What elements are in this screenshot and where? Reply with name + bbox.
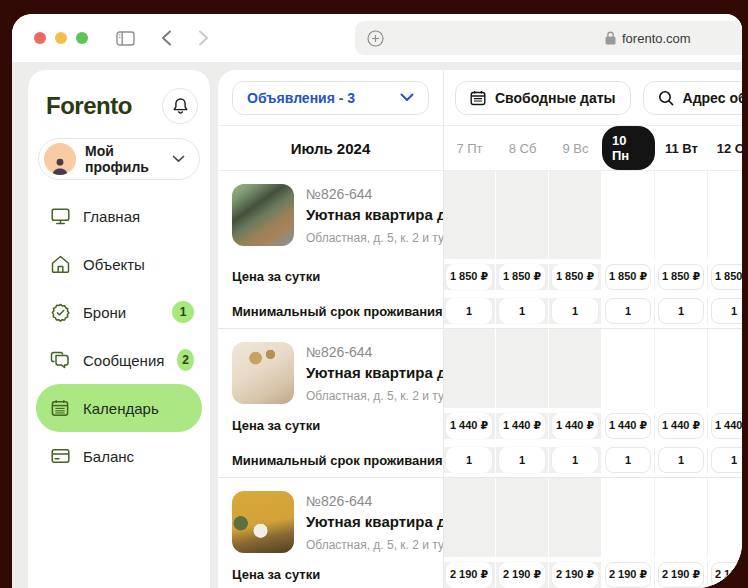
sidebar-item-4[interactable]: Календарь <box>36 384 202 432</box>
day-column: 1 850 ₽ <box>602 264 655 290</box>
forward-icon[interactable] <box>198 30 209 46</box>
monitor-icon <box>50 208 70 225</box>
count-badge: 2 <box>177 349 194 371</box>
price-cell[interactable]: 1 440 ₽ <box>658 413 704 439</box>
min-stay-cell[interactable]: 1 <box>552 298 598 324</box>
day-column <box>443 171 496 259</box>
day-column: 1 <box>602 298 655 324</box>
browser-window: forento.com Forento <box>12 14 742 588</box>
listing-info[interactable]: №826-644Уютная квартира дл...Областная, … <box>218 478 443 557</box>
listing-block: №826-644Уютная квартира дл...Областная, … <box>218 478 742 588</box>
day-header-future[interactable]: 11 Вт <box>655 126 708 170</box>
notifications-button[interactable] <box>162 88 198 124</box>
price-cell[interactable]: 1 850 ₽ <box>552 264 598 290</box>
minimize-window-button[interactable] <box>55 32 67 44</box>
price-cell[interactable]: 2 190 ₽ <box>605 562 651 588</box>
day-column: 1 <box>549 298 602 324</box>
min-stay-cell[interactable]: 1 <box>499 447 545 473</box>
price-cell[interactable]: 1 850 ₽ <box>499 264 545 290</box>
close-window-button[interactable] <box>34 32 46 44</box>
address-bar[interactable]: forento.com <box>355 21 742 55</box>
price-row-label: Цена за сутки <box>218 557 443 588</box>
min-stay-cell[interactable]: 1 <box>605 298 651 324</box>
min-stay-cell[interactable]: 1 <box>711 447 742 473</box>
price-cell[interactable]: 1 850 ₽ <box>658 264 704 290</box>
listing-info[interactable]: №826-644Уютная квартира дл...Областная, … <box>218 329 443 408</box>
listing-title: Уютная квартира дл... <box>306 206 443 223</box>
price-cell[interactable]: 1 440 ₽ <box>711 413 742 439</box>
screenshot-root: { "browser": { "url": "forento.com", "tr… <box>0 0 748 588</box>
day-header-past[interactable]: 7 Пт <box>443 126 496 170</box>
min-stay-cell[interactable]: 1 <box>552 447 598 473</box>
min-stay-cell[interactable]: 1 <box>446 298 492 324</box>
min-stay-cell[interactable]: 1 <box>658 298 704 324</box>
price-cell[interactable]: 1 850 ₽ <box>446 264 492 290</box>
day-column: 2 190 ₽ <box>496 562 549 588</box>
chevron-down-icon <box>400 93 414 102</box>
day-header-past[interactable]: 9 Вс <box>549 126 602 170</box>
day-header-today[interactable]: 10 Пн <box>602 126 655 170</box>
sidebar-item-1[interactable]: Объекты <box>36 240 202 288</box>
day-column: 1 850 ₽ <box>708 264 742 290</box>
listing-number: №826-644 <box>306 493 443 509</box>
day-column: 2 190 ₽ <box>708 562 742 588</box>
circle-plus-icon[interactable] <box>367 30 384 47</box>
day-column <box>443 478 496 557</box>
min-stay-cell[interactable]: 1 <box>446 447 492 473</box>
sidebar-item-5[interactable]: Баланс <box>36 432 202 480</box>
price-cell[interactable]: 2 190 ₽ <box>552 562 598 588</box>
price-cell[interactable]: 1 850 ₽ <box>711 264 742 290</box>
price-cell[interactable]: 2 190 ₽ <box>446 562 492 588</box>
day-header-past[interactable]: 8 Сб <box>496 126 549 170</box>
price-row-label: Цена за сутки <box>218 259 443 294</box>
day-column: 1 440 ₽ <box>443 413 496 439</box>
listing-address: Областная, д. 5, к. 2 и тут т... <box>306 538 443 552</box>
sidebar-item-2[interactable]: Брони1 <box>36 288 202 336</box>
free-dates-button[interactable]: Свободные даты <box>455 81 631 115</box>
price-cell[interactable]: 2 190 ₽ <box>658 562 704 588</box>
day-column <box>549 478 602 557</box>
min-stay-cell[interactable]: 1 <box>658 447 704 473</box>
sidebar-item-3[interactable]: Сообщения2 <box>36 336 202 384</box>
day-column: 2 190 ₽ <box>443 562 496 588</box>
main-content: Объявления - 3 Свободные даты <box>218 70 742 588</box>
min-stay-cell[interactable]: 1 <box>605 447 651 473</box>
price-cell[interactable]: 1 440 ₽ <box>446 413 492 439</box>
price-cell[interactable]: 2 190 ₽ <box>711 562 742 588</box>
day-header-future[interactable]: 12 Ср <box>708 126 742 170</box>
day-column: 1 <box>496 298 549 324</box>
credit-card-icon <box>50 448 70 464</box>
address-search[interactable] <box>643 81 742 115</box>
listing-photo <box>232 491 294 553</box>
day-column: 1 <box>443 298 496 324</box>
sidebar-toggle-icon[interactable] <box>116 31 135 46</box>
listings-dropdown[interactable]: Объявления - 3 <box>232 81 429 115</box>
sidebar-item-0[interactable]: Главная <box>36 192 202 240</box>
price-cell[interactable]: 1 850 ₽ <box>605 264 651 290</box>
count-badge: 1 <box>172 301 194 323</box>
min-stay-cell[interactable]: 1 <box>499 298 545 324</box>
price-cell[interactable]: 1 440 ₽ <box>499 413 545 439</box>
forento-logo: Forento <box>46 92 132 120</box>
chevron-down-icon <box>172 155 185 163</box>
day-column: 1 <box>602 447 655 473</box>
price-cell[interactable]: 1 440 ₽ <box>605 413 651 439</box>
price-cell[interactable]: 1 440 ₽ <box>552 413 598 439</box>
min-stay-cell[interactable]: 1 <box>711 298 742 324</box>
address-search-input[interactable] <box>683 90 742 106</box>
app-page: Forento Мой профиль <box>12 62 742 588</box>
day-column <box>708 478 742 557</box>
day-column: 2 190 ₽ <box>655 562 708 588</box>
day-column <box>602 329 655 408</box>
listing-photo <box>232 342 294 404</box>
day-column <box>496 329 549 408</box>
day-column: 1 850 ₽ <box>655 264 708 290</box>
zoom-window-button[interactable] <box>76 32 88 44</box>
listing-info[interactable]: №826-644Уютная квартира дл...Областная, … <box>218 171 443 259</box>
listing-number: №826-644 <box>306 186 443 202</box>
profile-dropdown[interactable]: Мой профиль <box>38 138 200 180</box>
back-icon[interactable] <box>161 30 172 46</box>
day-column: 1 440 ₽ <box>708 413 742 439</box>
sidebar-item-label: Баланс <box>83 448 134 465</box>
price-cell[interactable]: 2 190 ₽ <box>499 562 545 588</box>
